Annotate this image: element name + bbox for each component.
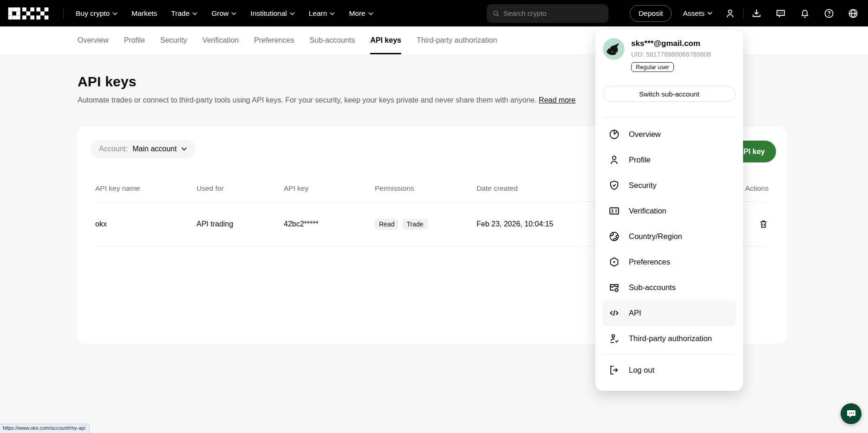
nav-trade[interactable]: Trade <box>171 9 197 18</box>
sub-accounts-icon <box>608 282 620 293</box>
top-nav-bar: Buy crypto Markets Trade Grow Institutio… <box>0 0 868 26</box>
switch-sub-account-button[interactable]: Switch sub-account <box>603 86 736 102</box>
menu-item-country-region[interactable]: Country/Region <box>603 224 736 249</box>
account-filter-value: Main account <box>132 145 176 153</box>
support-chat-fab[interactable] <box>841 403 861 424</box>
chevron-down-icon <box>707 12 712 15</box>
tab-api-keys[interactable]: API keys <box>370 26 401 54</box>
col-api-key-name: API key name <box>95 184 196 193</box>
tab-profile[interactable]: Profile <box>124 26 145 54</box>
code-icon <box>608 307 620 319</box>
tab-overview[interactable]: Overview <box>78 26 109 54</box>
support-chat-icon[interactable] <box>775 8 786 19</box>
language-icon[interactable] <box>848 8 859 19</box>
chevron-down-icon <box>330 12 335 15</box>
menu-item-preferences[interactable]: Preferences <box>603 249 736 275</box>
user-icon <box>608 154 620 166</box>
globe-icon <box>608 231 620 242</box>
pie-chart-icon <box>608 129 620 140</box>
user-email: sks***@gmail.com <box>631 39 711 48</box>
avatar <box>603 38 625 60</box>
browser-status-bar: https://www.okx.com/account/my-api <box>0 424 90 433</box>
main-nav: Buy crypto Markets Trade Grow Institutio… <box>76 9 373 18</box>
menu-item-third-party-authorization[interactable]: Third-party authorization <box>603 326 736 351</box>
menu-item-api[interactable]: API <box>603 300 736 326</box>
user-uid: UID: 581778980068788808 <box>631 51 711 58</box>
tab-third-party-authorization[interactable]: Third-party authorization <box>417 26 497 54</box>
notifications-icon[interactable] <box>799 8 810 19</box>
menu-item-sub-accounts[interactable]: Sub-accounts <box>603 275 736 300</box>
nav-buy-crypto[interactable]: Buy crypto <box>76 9 117 18</box>
delete-api-key-icon[interactable] <box>758 219 769 229</box>
read-more-link[interactable]: Read more <box>539 96 575 104</box>
chevron-down-icon <box>112 12 117 15</box>
menu-item-overview[interactable]: Overview <box>603 122 736 147</box>
chevron-down-icon <box>181 147 187 151</box>
permission-badge-read: Read <box>375 219 398 230</box>
chevron-down-icon <box>192 12 197 15</box>
user-info: sks***@gmail.com UID: 581778980068788808… <box>631 38 711 72</box>
logout-icon <box>608 364 620 376</box>
header-icon-group <box>751 8 862 19</box>
search-input[interactable] <box>503 9 603 17</box>
header-divider <box>743 8 744 19</box>
menu-item-security[interactable]: Security <box>603 173 736 198</box>
search-icon <box>492 9 500 18</box>
chevron-down-icon <box>290 12 295 15</box>
nav-more[interactable]: More <box>349 9 373 18</box>
menu-item-profile[interactable]: Profile <box>603 147 736 173</box>
help-icon[interactable] <box>823 8 835 19</box>
id-card-icon <box>608 205 620 217</box>
account-dropdown-panel: sks***@gmail.com UID: 581778980068788808… <box>595 30 743 391</box>
account-filter-dropdown[interactable]: Account: Main account <box>91 140 196 158</box>
cell-api-key-name: okx <box>95 220 196 228</box>
nav-institutional[interactable]: Institutional <box>250 9 294 18</box>
tab-security[interactable]: Security <box>160 26 187 54</box>
tab-sub-accounts[interactable]: Sub-accounts <box>309 26 355 54</box>
page-title: API keys <box>78 74 868 90</box>
hexagon-dot-icon <box>608 256 620 268</box>
menu-divider <box>603 354 736 355</box>
stamp-check-icon <box>608 333 620 344</box>
tab-preferences[interactable]: Preferences <box>254 26 294 54</box>
nav-grow[interactable]: Grow <box>211 9 236 18</box>
cell-api-key: 42bc2***** <box>284 220 375 228</box>
nav-markets[interactable]: Markets <box>131 9 157 18</box>
shield-check-icon <box>608 180 620 191</box>
permission-badge-trade: Trade <box>402 219 427 230</box>
user-summary: sks***@gmail.com UID: 581778980068788808… <box>603 38 736 72</box>
chevron-down-icon <box>368 12 373 15</box>
download-icon[interactable] <box>751 8 762 19</box>
assets-menu[interactable]: Assets <box>683 9 712 18</box>
col-api-key: API key <box>284 184 375 193</box>
search-box[interactable] <box>487 4 608 23</box>
okx-logo[interactable] <box>7 7 49 19</box>
col-used-for: Used for <box>196 184 284 193</box>
profile-icon[interactable] <box>724 8 736 19</box>
cell-permissions: Read Trade <box>375 219 476 230</box>
menu-item-verification[interactable]: Verification <box>603 198 736 224</box>
tab-verification[interactable]: Verification <box>202 26 239 54</box>
header-divider <box>63 8 64 19</box>
menu-item-log-out[interactable]: Log out <box>603 357 736 383</box>
deposit-button[interactable]: Deposit <box>630 5 672 22</box>
account-filter-label: Account: <box>99 145 128 153</box>
cell-used-for: API trading <box>196 220 284 228</box>
chat-bubble-icon <box>846 408 857 420</box>
chevron-down-icon <box>231 12 236 15</box>
col-permissions: Permissions <box>375 184 476 193</box>
user-type-badge: Regular user <box>631 62 674 72</box>
nav-learn[interactable]: Learn <box>309 9 335 18</box>
menu-divider <box>603 117 736 118</box>
